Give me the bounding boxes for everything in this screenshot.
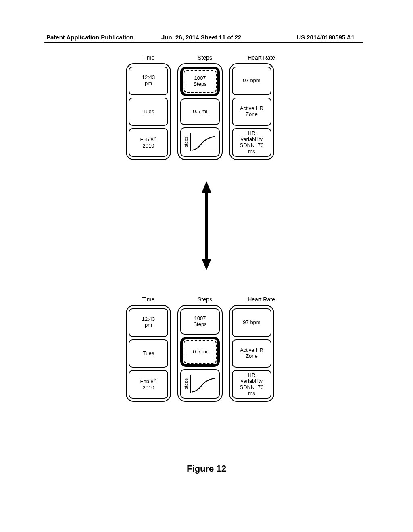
mini-chart xyxy=(190,133,217,151)
chart-ylabel: steps xyxy=(184,378,189,389)
mini-chart xyxy=(190,375,217,393)
column-labels: Time Steps Heart Rate xyxy=(126,54,287,61)
header-right: US 2014/0180595 A1 xyxy=(296,34,355,41)
hr-cell-2[interactable]: Active HRZone xyxy=(232,98,271,126)
panel-top: Time Steps Heart Rate 12:43pm Tues Feb 8… xyxy=(126,54,287,160)
steps-cell-1[interactable]: 1007Steps xyxy=(180,308,220,335)
steps-column: 1007Steps 0.5 mi steps xyxy=(177,305,223,402)
col-label-time: Time xyxy=(126,54,171,61)
col-label-steps: Steps xyxy=(182,54,227,61)
time-column: 12:43pm Tues Feb 8th2010 xyxy=(126,305,171,402)
time-cell-2[interactable]: Tues xyxy=(129,339,168,368)
col-label-steps: Steps xyxy=(182,296,227,303)
steps-cell-chart[interactable]: steps xyxy=(180,369,220,399)
hr-column: 97 bpm Active HRZone HRvariabilitySDNN=7… xyxy=(229,305,274,402)
svg-marker-0 xyxy=(202,181,211,270)
time-cell-1[interactable]: 12:43pm xyxy=(129,308,168,337)
steps-cell-1[interactable]: 1007Steps xyxy=(180,66,220,96)
steps-column: 1007Steps 0.5 mi steps xyxy=(177,63,223,160)
header-mid: Jun. 26, 2014 Sheet 11 of 22 xyxy=(161,34,241,41)
steps-cell-chart[interactable]: steps xyxy=(180,127,220,157)
double-arrow-icon xyxy=(202,181,211,270)
chart-ylabel: steps xyxy=(184,137,189,147)
time-cell-3[interactable]: Feb 8th2010 xyxy=(129,128,168,157)
figure-caption: Figure 12 xyxy=(0,463,413,474)
hr-cell-2[interactable]: Active HRZone xyxy=(232,339,271,368)
steps-cell-2[interactable]: 0.5 mi xyxy=(180,98,220,125)
time-cell-3[interactable]: Feb 8th2010 xyxy=(129,370,168,399)
header-left: Patent Application Publication xyxy=(46,34,133,41)
col-label-hr: Heart Rate xyxy=(239,296,284,303)
steps-cell-2[interactable]: 0.5 mi xyxy=(180,337,220,366)
hr-column: 97 bpm Active HRZone HRvariabilitySDNN=7… xyxy=(229,63,274,160)
time-cell-2[interactable]: Tues xyxy=(129,98,168,126)
col-label-hr: Heart Rate xyxy=(239,54,284,61)
header-rule xyxy=(44,42,363,43)
time-column: 12:43pm Tues Feb 8th2010 xyxy=(126,63,171,160)
column-labels: Time Steps Heart Rate xyxy=(126,296,287,303)
hr-cell-3[interactable]: HRvariabilitySDNN=70ms xyxy=(232,370,271,399)
panel-bottom: Time Steps Heart Rate 12:43pm Tues Feb 8… xyxy=(126,296,287,402)
time-cell-1[interactable]: 12:43pm xyxy=(129,66,168,95)
hr-cell-3[interactable]: HRvariabilitySDNN=70ms xyxy=(232,128,271,157)
chart-line-icon xyxy=(191,133,217,152)
hr-cell-1[interactable]: 97 bpm xyxy=(232,308,271,337)
col-label-time: Time xyxy=(126,296,171,303)
hr-cell-1[interactable]: 97 bpm xyxy=(232,66,271,95)
chart-line-icon xyxy=(191,375,217,394)
